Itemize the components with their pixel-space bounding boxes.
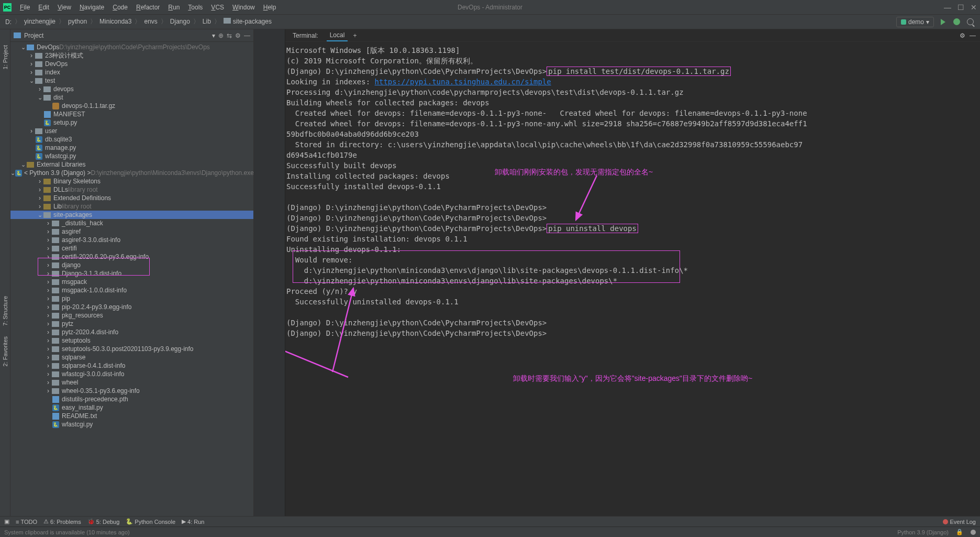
- tree-arrow-icon[interactable]: [28, 52, 35, 59]
- tree-arrow-icon[interactable]: [45, 312, 51, 319]
- tree-arrow-icon[interactable]: [45, 328, 51, 336]
- add-terminal-tab[interactable]: +: [353, 32, 357, 39]
- tree-arrow-icon[interactable]: [37, 212, 43, 218]
- tree-arrow-icon[interactable]: [28, 69, 35, 76]
- tree-arrow-icon[interactable]: [28, 78, 35, 84]
- dropdown-icon[interactable]: ▾: [212, 32, 215, 39]
- tree-item[interactable]: wheel: [10, 378, 253, 387]
- tree-item[interactable]: 🐍< Python 3.9 (Django) > D:\yinzhengjie\…: [10, 169, 253, 177]
- tree-item[interactable]: wfastcgi-3.0.0.dist-info: [10, 370, 253, 378]
- terminal-output[interactable]: Microsoft Windows [版本 10.0.18363.1198](c…: [285, 42, 980, 516]
- menu-run[interactable]: Run: [164, 4, 184, 11]
- tree-arrow-icon[interactable]: [45, 278, 51, 286]
- tree-arrow-icon[interactable]: [45, 362, 51, 369]
- menu-code[interactable]: Code: [108, 4, 132, 11]
- tree-arrow-icon[interactable]: [45, 287, 51, 294]
- tree-item[interactable]: site-packages: [10, 211, 253, 219]
- tree-item[interactable]: msgpack-1.0.0.dist-info: [10, 286, 253, 294]
- tree-item[interactable]: msgpack: [10, 278, 253, 286]
- sidebar-tab-favorites[interactable]: 2: Favorites: [1, 331, 9, 371]
- menu-help[interactable]: Help: [259, 4, 281, 11]
- hide-icon[interactable]: —: [970, 32, 976, 39]
- debug-button[interactable]: [952, 17, 961, 27]
- tree-item[interactable]: setuptools: [10, 336, 253, 345]
- tree-item[interactable]: pip: [10, 294, 253, 303]
- menu-file[interactable]: File: [16, 4, 34, 11]
- breadcrumb-item[interactable]: Miniconda3: [99, 18, 131, 25]
- menu-view[interactable]: View: [53, 4, 75, 11]
- gear-icon[interactable]: ⚙: [235, 32, 241, 39]
- breadcrumb-item[interactable]: site-packages: [224, 18, 272, 25]
- minimize-icon[interactable]: —: [944, 3, 951, 12]
- tree-arrow-icon[interactable]: [37, 194, 43, 202]
- tree-item[interactable]: asgiref-3.3.0.dist-info: [10, 236, 253, 244]
- tree-item[interactable]: test: [10, 76, 253, 85]
- sidebar-tab-structure[interactable]: 7: Structure: [1, 291, 9, 331]
- tree-item[interactable]: DevOps D:\yinzhengjie\python\Code\Pychar…: [10, 43, 253, 51]
- tree-arrow-icon[interactable]: [37, 203, 43, 210]
- tree-arrow-icon[interactable]: [45, 370, 51, 378]
- menu-edit[interactable]: Edit: [34, 4, 53, 11]
- menu-vcs[interactable]: VCS: [207, 4, 228, 11]
- tree-item[interactable]: devops-0.1.1.tar.gz: [10, 102, 253, 110]
- close-icon[interactable]: ✕: [971, 3, 977, 12]
- tree-item[interactable]: pip-20.2.4-py3.9.egg-info: [10, 303, 253, 311]
- tree-item[interactable]: pkg_resources: [10, 311, 253, 320]
- user-icon[interactable]: [971, 530, 976, 535]
- tree-item[interactable]: Django-3.1.3.dist-info: [10, 269, 253, 278]
- tool-todo[interactable]: ≡ TODO: [16, 519, 37, 525]
- hide-icon[interactable]: —: [244, 32, 250, 39]
- tree-arrow-icon[interactable]: [45, 379, 51, 386]
- tree-arrow-icon[interactable]: [45, 337, 51, 344]
- terminal-tab-local[interactable]: Local: [327, 30, 348, 41]
- tree-arrow-icon[interactable]: [45, 387, 51, 394]
- search-icon[interactable]: [965, 17, 975, 27]
- menu-navigate[interactable]: Navigate: [75, 4, 108, 11]
- tree-item[interactable]: sqlparse: [10, 353, 253, 361]
- tree-item[interactable]: Lib library root: [10, 202, 253, 211]
- breadcrumb-item[interactable]: envs: [144, 18, 157, 25]
- resize-handle[interactable]: [254, 29, 285, 516]
- tree-item[interactable]: DLLs library root: [10, 185, 253, 194]
- tree-arrow-icon[interactable]: [28, 127, 35, 135]
- run-configuration[interactable]: demo ▾: [896, 17, 934, 27]
- menu-refactor[interactable]: Refactor: [132, 4, 164, 11]
- tree-item[interactable]: user: [10, 127, 253, 135]
- tree-arrow-icon[interactable]: [28, 60, 35, 68]
- terminal-link[interactable]: https://pypi.tuna.tsinghua.edu.cn/simple: [375, 78, 551, 86]
- show-toolwindows-icon[interactable]: ▣: [4, 518, 9, 525]
- tree-arrow-icon[interactable]: [20, 44, 26, 51]
- tree-item[interactable]: certifi: [10, 244, 253, 253]
- tree-arrow-icon[interactable]: [45, 220, 51, 227]
- tree-item[interactable]: 23种设计模式: [10, 51, 253, 60]
- tree-arrow-icon[interactable]: [45, 261, 51, 269]
- breadcrumb-item[interactable]: Lib: [203, 18, 211, 25]
- menu-tools[interactable]: Tools: [184, 4, 207, 11]
- project-tree[interactable]: DevOps D:\yinzhengjie\python\Code\Pychar…: [10, 42, 253, 516]
- tree-item[interactable]: Extended Definitions: [10, 194, 253, 202]
- tree-item[interactable]: 🐍wfastcgi.py: [10, 152, 253, 160]
- tree-arrow-icon[interactable]: [45, 270, 51, 277]
- tree-arrow-icon[interactable]: [45, 245, 51, 252]
- collapse-icon[interactable]: ⇆: [227, 32, 232, 39]
- breadcrumb-item[interactable]: python: [68, 18, 87, 25]
- python-interpreter[interactable]: Python 3.9 (Django): [897, 529, 949, 535]
- tree-item[interactable]: README.txt: [10, 412, 253, 420]
- tree-arrow-icon[interactable]: [37, 85, 43, 93]
- tree-item[interactable]: wheel-0.35.1-py3.6.egg-info: [10, 387, 253, 395]
- tree-item[interactable]: asgiref: [10, 227, 253, 236]
- event-log[interactable]: Event Log: [943, 519, 976, 525]
- tree-item[interactable]: devops: [10, 85, 253, 93]
- menu-window[interactable]: Window: [228, 4, 259, 11]
- tree-arrow-icon[interactable]: [45, 236, 51, 244]
- tool-debug[interactable]: 🐞 5: Debug: [87, 518, 120, 525]
- run-button[interactable]: [938, 17, 948, 27]
- tree-item[interactable]: distutils-precedence.pth: [10, 395, 253, 403]
- tree-item[interactable]: pytz-2020.4.dist-info: [10, 328, 253, 336]
- tree-arrow-icon[interactable]: [37, 186, 43, 193]
- tree-item[interactable]: MANIFEST: [10, 110, 253, 118]
- lock-icon[interactable]: 🔒: [956, 529, 963, 535]
- tree-arrow-icon[interactable]: [45, 228, 51, 235]
- tool-run[interactable]: ▶ 4: Run: [182, 518, 204, 525]
- tree-item[interactable]: DevOps: [10, 60, 253, 68]
